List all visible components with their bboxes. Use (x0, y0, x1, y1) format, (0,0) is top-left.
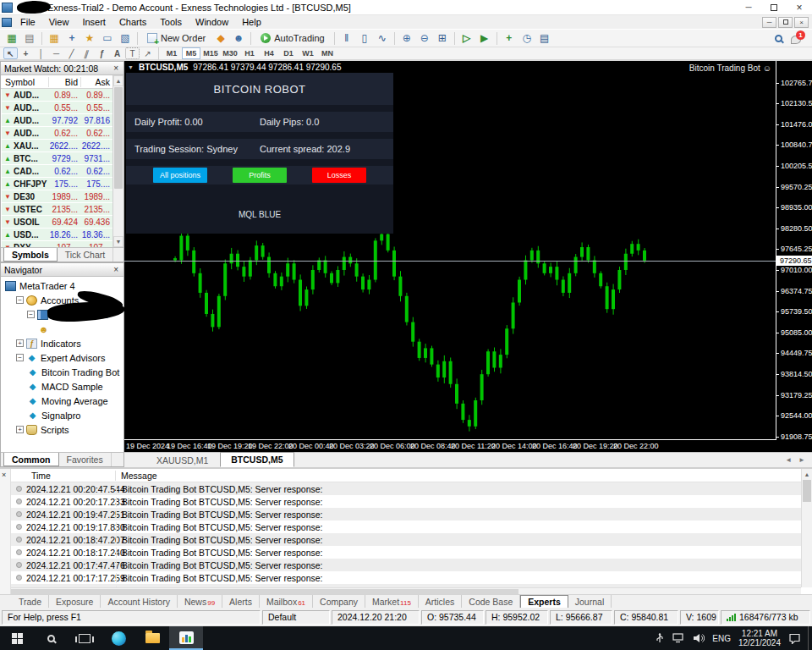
market-watch-row[interactable]: ▼DE301989...1989... (2, 190, 112, 203)
navigator-tab-favorites[interactable]: Favorites (59, 453, 112, 466)
trendline-tool-icon[interactable]: ╱ (64, 47, 79, 59)
notifications-icon[interactable]: 1 (791, 33, 804, 44)
menu-item-view[interactable]: View (42, 16, 76, 28)
terminal-log-row[interactable]: 2024.12.21 00:18:47.207Bitcoin Trading B… (11, 533, 801, 546)
crosshair-tool-icon[interactable]: + (19, 47, 33, 59)
tree-toggle-icon[interactable]: − (27, 311, 35, 318)
terminal-log-row[interactable]: 2024.12.21 00:20:17.233Bitcoin Trading B… (11, 495, 801, 508)
timeframe-m5[interactable]: M5 (182, 47, 200, 59)
menu-item-insert[interactable]: Insert (75, 16, 112, 28)
horizontal-line-tool-icon[interactable]: ─ (49, 47, 63, 59)
chart-tab-btcusd-m5[interactable]: BTCUSD,M5 (220, 452, 294, 467)
menu-item-charts[interactable]: Charts (112, 16, 153, 28)
cursor-tool-icon[interactable]: ↖ (3, 47, 18, 59)
tree-toggle-icon[interactable]: + (16, 426, 24, 433)
start-button[interactable] (0, 626, 34, 650)
templates-icon[interactable]: ▤ (536, 30, 553, 46)
terminal-tab-articles[interactable]: Articles (419, 595, 462, 608)
shift-chart-end-icon[interactable]: ▷ (458, 30, 475, 46)
tree-toggle-icon[interactable]: − (16, 296, 24, 304)
tile-windows-icon[interactable]: ⊞ (434, 30, 451, 46)
terminal-log-row[interactable]: 2024.12.21 00:17:17.259Bitcoin Trading B… (11, 571, 801, 584)
market-watch-row[interactable]: ▼DXY107...107... (2, 241, 112, 247)
market-watch-scrollbar[interactable]: ▲ ▼ (112, 75, 123, 247)
navigator-item-expert-advisors[interactable]: −◆Expert Advisors (3, 350, 122, 365)
market-watch-close-icon[interactable]: × (112, 63, 120, 73)
chart-close-button[interactable]: × (794, 17, 809, 28)
navigator-item-macd-sample[interactable]: ◆MACD Sample (3, 379, 122, 394)
new-order-button[interactable]: New Order (141, 30, 211, 46)
menu-item-help[interactable]: Help (235, 16, 268, 28)
search-icon[interactable] (775, 35, 782, 42)
terminal-tab-code-base[interactable]: Code Base (462, 595, 520, 608)
chart-tab-scroll-right-icon[interactable]: ► (798, 456, 805, 464)
text-tool-icon[interactable]: A (110, 47, 124, 59)
market-watch-row[interactable]: ▲CAD...0.62...0.62... (2, 165, 112, 178)
market-watch-row[interactable]: ▲AUD...97.79297.816 (2, 114, 112, 127)
new-chart-icon[interactable]: ▦ (3, 30, 20, 46)
scroll-up-icon[interactable]: ▲ (802, 469, 812, 479)
market-watch-row[interactable]: ▼USTEC2135...2135... (2, 203, 112, 216)
periods-icon[interactable]: ◷ (518, 30, 535, 46)
market-watch-tab-tick-chart[interactable]: Tick Chart (58, 248, 113, 262)
navigator-tab-common[interactable]: Common (3, 453, 59, 466)
status-profile[interactable]: Default (262, 610, 330, 625)
bar-chart-icon[interactable]: ‖ (338, 30, 355, 46)
restore-button[interactable] (761, 0, 787, 15)
navigator-item-scripts[interactable]: +Scripts (3, 422, 122, 437)
metaeditor-icon[interactable]: ◆ (212, 30, 229, 46)
chart-restore-button[interactable] (778, 17, 793, 28)
terminal-toggle-icon[interactable]: ▭ (99, 30, 116, 46)
scroll-down-icon[interactable]: ▼ (113, 236, 123, 247)
terminal-tab-exposure[interactable]: Exposure (49, 595, 101, 608)
timeframe-w1[interactable]: W1 (299, 47, 317, 59)
task-view-button[interactable] (68, 626, 102, 650)
vertical-line-tool-icon[interactable]: │ (34, 47, 48, 59)
scroll-up-icon[interactable]: ▲ (113, 75, 123, 86)
robot-button-losses[interactable]: Losses (312, 168, 366, 183)
column-header-bid[interactable]: Bid (49, 77, 81, 87)
candlestick-chart-icon[interactable]: ▯ (356, 30, 373, 46)
timeframe-m1[interactable]: M1 (162, 47, 181, 59)
autotrading-button[interactable]: AutoTrading (255, 30, 331, 46)
menu-item-file[interactable]: File (14, 16, 42, 28)
terminal-tab-account-history[interactable]: Account History (101, 595, 178, 608)
robot-button-all-positions[interactable]: All positions (153, 168, 207, 183)
zoom-in-icon[interactable]: ⊕ (398, 30, 415, 46)
market-watch-row[interactable]: ▲USD...18.26...18.36... (2, 229, 112, 241)
terminal-tab-trade[interactable]: Trade (12, 595, 49, 608)
navigator-close-icon[interactable]: × (112, 265, 120, 274)
metatrader-taskbar-button[interactable] (169, 626, 203, 650)
terminal-tab-journal[interactable]: Journal (568, 595, 612, 608)
strategy-tester-icon[interactable]: ▧ (117, 30, 134, 46)
market-watch-row[interactable]: ▲CHFJPY175....175.... (2, 178, 112, 190)
terminal-log-row[interactable]: 2024.12.21 00:19:47.251Bitcoin Trading B… (11, 508, 801, 521)
market-watch-tab-symbols[interactable]: Symbols (3, 248, 58, 262)
data-window-icon[interactable]: + (63, 30, 80, 46)
terminal-tab-market[interactable]: Market115 (365, 595, 419, 608)
timeframe-h1[interactable]: H1 (240, 47, 259, 59)
chart-tab-scroll-left-icon[interactable]: ◄ (785, 456, 792, 464)
market-watch-row[interactable]: ▲XAU...2622....2622.... (2, 140, 112, 152)
timeframe-m15[interactable]: M15 (201, 47, 220, 59)
terminal-tab-alerts[interactable]: Alerts (222, 595, 260, 608)
auto-scroll-icon[interactable]: ▶ (476, 30, 493, 46)
menu-item-tools[interactable]: Tools (153, 16, 189, 28)
indicators-icon[interactable]: + (501, 30, 518, 46)
network-icon[interactable] (672, 633, 685, 643)
column-header-message[interactable]: Message (116, 471, 801, 481)
navigator-toggle-icon[interactable]: ★ (81, 30, 98, 46)
market-watch-toggle-icon[interactable]: ▦ (46, 30, 63, 46)
taskbar-clock[interactable]: 12:21 AM 12/21/2024 (738, 629, 781, 647)
navigator-item-indicators[interactable]: +ƒIndicators (3, 336, 122, 350)
edge-button[interactable] (102, 626, 135, 650)
terminal-log-row[interactable]: 2024.12.21 00:17:47.476Bitcoin Trading B… (11, 559, 801, 571)
chart-area[interactable]: ▼ BTCUSD,M5 97286.41 97379.44 97286.41 9… (124, 61, 812, 452)
zoom-out-icon[interactable]: ⊖ (416, 30, 433, 46)
chart-minimize-button[interactable]: ─ (762, 17, 776, 28)
keyboard-language[interactable]: ENG (712, 634, 731, 643)
terminal-scrollbar[interactable]: ▲ (801, 469, 812, 587)
column-header-ask[interactable]: Ask (81, 77, 112, 87)
timeframe-h4[interactable]: H4 (260, 47, 278, 59)
tree-toggle-icon[interactable]: + (16, 339, 24, 347)
